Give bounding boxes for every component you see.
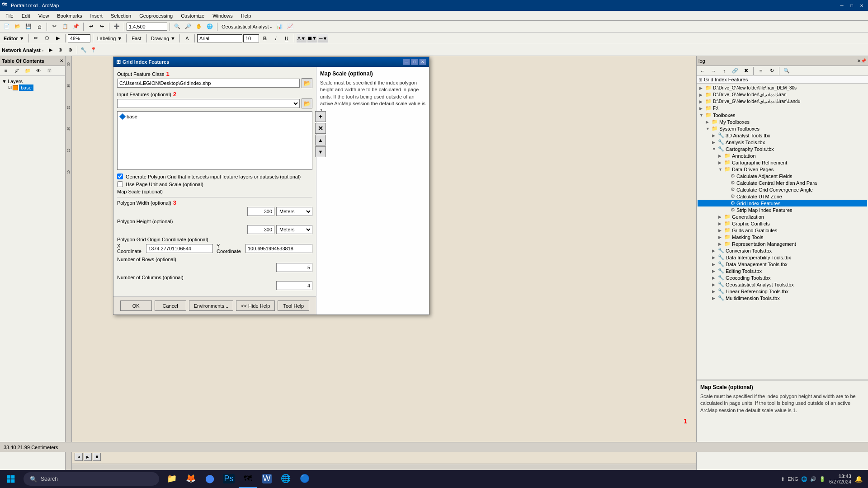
catalog-item-iran-dem[interactable]: ▶ 📁 D:\Drive_G\New folder\file\Iran_DEM_… <box>698 84 867 91</box>
num-rows-input[interactable] <box>276 263 312 272</box>
toc-list-btn[interactable]: ≡ <box>1 66 11 75</box>
zoom-level-input[interactable]: 46% <box>68 34 90 42</box>
menu-insert[interactable]: Insert <box>86 12 106 19</box>
catalog-item-my-toolboxes[interactable]: ▶ 📁 My Toolboxes <box>698 118 867 125</box>
map-nav-play[interactable]: ▶ <box>84 453 92 461</box>
bold-btn[interactable]: B <box>260 34 270 43</box>
print-btn[interactable]: 🖨 <box>34 22 44 31</box>
catalog-item-calc-central[interactable]: ⚙ Calculate Central Meridian And Para <box>698 179 867 186</box>
output-browse-btn[interactable]: 📂 <box>302 78 312 88</box>
catalog-item-f[interactable]: ▶ 📁 F:\ <box>698 105 867 112</box>
catalog-item-system-toolboxes[interactable]: ▼ 📁 System Toolboxes <box>698 125 867 132</box>
taskbar-app-word[interactable]: W <box>258 470 276 488</box>
taskbar-app-photoshop[interactable]: Ps <box>220 470 238 488</box>
cat-disconnect-btn[interactable]: ✖ <box>741 66 751 75</box>
na-btn2[interactable]: ⊕ <box>56 46 66 55</box>
menu-customize[interactable]: Customize <box>177 12 208 19</box>
catalog-item-data-driven-pages[interactable]: ▼ 📁 Data Driven Pages <box>698 166 867 173</box>
generate-polygon-checkbox[interactable] <box>117 174 123 179</box>
na-btn3[interactable]: ⊗ <box>66 46 75 55</box>
catalog-item-data-mgmt[interactable]: ▶ 🔧 Data Management Tools.tbx <box>698 261 867 267</box>
toc-close-btn[interactable]: ✕ <box>60 58 63 63</box>
catalog-item-cartography[interactable]: ▼ 🔧 Cartography Tools.tbx <box>698 145 867 152</box>
na-btn5[interactable]: 📍 <box>89 46 99 55</box>
font-color-btn[interactable]: A▼ <box>297 34 307 43</box>
polygon-height-value-input[interactable] <box>247 225 274 234</box>
catalog-item-graphic-conflicts[interactable]: ▶ 📁 Graphic Conflicts <box>698 220 867 227</box>
cancel-button[interactable]: Cancel <box>155 300 186 311</box>
italic-btn[interactable]: I <box>271 34 281 43</box>
catalog-item-grid-index[interactable]: ⚙ Grid Index Features <box>698 200 867 206</box>
catalog-item-generalization[interactable]: ▶ 📁 Generalization <box>698 213 867 220</box>
catalog-item-calc-utm[interactable]: ⚙ Calculate UTM Zone <box>698 193 867 200</box>
catalog-item-3d[interactable]: ▶ 🔧 3D Analyst Tools.tbx <box>698 132 867 139</box>
redo-btn[interactable]: ↪ <box>97 22 107 31</box>
toc-draw-btn[interactable]: 🖊 <box>12 66 22 75</box>
polygon-width-value-input[interactable] <box>247 207 274 216</box>
catalog-item-calc-adjacent[interactable]: ⚙ Calculate Adjacent Fields <box>698 173 867 179</box>
taskbar-app-files[interactable]: 📁 <box>163 470 181 488</box>
text-btn[interactable]: A <box>182 34 192 43</box>
catalog-item-linear-ref[interactable]: ▶ 🔧 Linear Referencing Tools.tbx <box>698 288 867 295</box>
generate-polygon-label[interactable]: Generate Polygon Grid that intersects in… <box>126 174 301 179</box>
catalog-pin-btn[interactable]: 📌 <box>861 58 866 63</box>
list-add-btn[interactable]: + <box>315 111 326 122</box>
clock-area[interactable]: 13:43 6/27/2024 <box>829 474 851 484</box>
catalog-item-grids[interactable]: ▶ 📁 Grids and Graticules <box>698 227 867 234</box>
polygon-height-unit-select[interactable]: Meters <box>276 225 312 234</box>
gs-tool1[interactable]: 📊 <box>274 22 284 31</box>
taskbar-search-box[interactable]: 🔍 Search <box>24 472 159 486</box>
catalog-close-btn[interactable]: ✕ <box>857 58 861 63</box>
catalog-item-strip-map[interactable]: ⚙ Strip Map Index Features <box>698 206 867 213</box>
zoom-out-btn[interactable]: 🔎 <box>183 22 193 31</box>
taskbar-app-extra2[interactable]: 🔵 <box>296 470 314 488</box>
menu-help[interactable]: Help <box>237 12 255 19</box>
map-nav-pause[interactable]: ⏸ <box>93 453 101 461</box>
zoom-in-btn[interactable]: 🔍 <box>172 22 182 31</box>
grid-index-dialog[interactable]: ⊞ Grid Index Features ─ □ ✕ Output Featu… <box>113 56 429 315</box>
page-unit-checkbox[interactable] <box>117 181 123 187</box>
cat-refresh-btn[interactable]: ↻ <box>767 66 777 75</box>
undo-btn[interactable]: ↩ <box>86 22 96 31</box>
tray-up-icon[interactable]: ⬆ <box>781 476 785 482</box>
environments-button[interactable]: Environments... <box>189 300 233 311</box>
y-coord-input[interactable] <box>245 244 312 253</box>
network-icon[interactable]: 🌐 <box>801 476 807 482</box>
catalog-item-iran2[interactable]: ▶ 📁 D:\Drive_G\New folder\داده\دنیای\Ira… <box>698 91 867 98</box>
taskbar-app-chrome[interactable]: ⬤ <box>201 470 219 488</box>
cat-view-btn[interactable]: ≡ <box>756 66 766 75</box>
cat-forward-btn[interactable]: → <box>708 66 718 75</box>
list-up-btn[interactable]: ▲ <box>315 135 326 145</box>
num-cols-input[interactable] <box>276 281 312 290</box>
feature-list-item-base[interactable]: base <box>119 113 310 120</box>
cat-up-btn[interactable]: ↑ <box>719 66 729 75</box>
taskbar-app-arcmap[interactable]: 🗺 <box>239 470 257 488</box>
menu-selection[interactable]: Selection <box>107 12 135 19</box>
menu-bookmarks[interactable]: Bookmarks <box>53 12 85 19</box>
line-color-btn[interactable]: ─▼ <box>318 34 328 43</box>
taskbar-app-firefox[interactable]: 🦊 <box>182 470 200 488</box>
output-path-input[interactable] <box>117 79 300 88</box>
catalog-item-iran3[interactable]: ▶ 📁 D:\Drive_G\New folder\داده\دنیای\Ira… <box>698 98 867 105</box>
catalog-item-multidim[interactable]: ▶ 🔧 Multidimension Tools.tbx <box>698 295 867 301</box>
toc-layer-base[interactable]: ☑ base <box>2 84 63 91</box>
x-coord-input[interactable] <box>146 244 213 253</box>
dialog-minimize-btn[interactable]: ─ <box>403 59 410 65</box>
edit-tool2[interactable]: ⬡ <box>42 34 52 43</box>
catalog-item-geocoding[interactable]: ▶ 🔧 Geocoding Tools.tbx <box>698 274 867 281</box>
input-features-dropdown[interactable] <box>117 99 300 108</box>
map-nav-prev[interactable]: ◄ <box>75 453 83 461</box>
hide-help-button[interactable]: << Hide Help <box>236 300 275 311</box>
menu-file[interactable]: File <box>2 12 17 19</box>
cat-connect-btn[interactable]: 🔗 <box>730 66 740 75</box>
catalog-item-geostatistical[interactable]: ▶ 🔧 Geostatistical Analyst Tools.tbx <box>698 281 867 288</box>
minimize-button[interactable]: ─ <box>837 2 846 9</box>
open-btn[interactable]: 📂 <box>13 22 23 31</box>
scale-input[interactable]: 1:4,500 <box>127 23 167 31</box>
catalog-item-editing[interactable]: ▶ 🔧 Editing Tools.tbx <box>698 267 867 274</box>
toc-layers-header[interactable]: ▼ Layers <box>2 79 63 84</box>
copy-btn[interactable]: 📋 <box>60 22 70 31</box>
taskbar-app-extra1[interactable]: 🌐 <box>277 470 295 488</box>
font-size-input[interactable]: 10 <box>243 34 259 42</box>
language-indicator[interactable]: ENG <box>788 476 798 482</box>
